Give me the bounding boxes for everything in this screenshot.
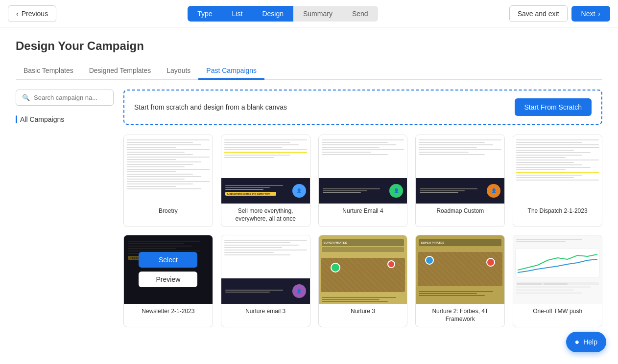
select-button[interactable]: Select	[528, 152, 587, 167]
card-thumbnail: SUPER PIRATES	[319, 235, 407, 304]
card-thumbnail: 👤 Select Preview	[221, 235, 310, 304]
template-card-nurture-2[interactable]: SUPER PIRATES	[415, 235, 505, 327]
card-name: Sell more everything, everywhere, all at…	[221, 204, 310, 227]
tab-basic-templates[interactable]: Basic Templates	[16, 63, 81, 80]
page-title: Design Your Campaign	[16, 39, 602, 53]
search-box[interactable]: 🔍	[16, 90, 114, 106]
card-name: Roadmap Custom	[416, 204, 504, 219]
select-button[interactable]: Select	[333, 152, 392, 167]
tab-design[interactable]: Design	[252, 6, 293, 22]
scratch-text: Start from scratch and design from a bla…	[134, 103, 287, 111]
select-button[interactable]: Select	[236, 252, 295, 268]
select-button[interactable]: Select	[139, 152, 197, 167]
tab-layouts[interactable]: Layouts	[159, 63, 198, 80]
card-name: Nurture email 3	[221, 304, 310, 319]
top-navigation: ‹ Previous Type List Design Summary Send…	[0, 0, 618, 27]
sidebar: 🔍 All Campaigns	[16, 90, 114, 327]
active-indicator	[16, 115, 17, 123]
content-area: Start from scratch and design from a bla…	[123, 90, 602, 327]
start-from-scratch-button[interactable]: Start From Scratch	[515, 98, 592, 116]
page-content: Design Your Campaign Basic Templates Des…	[0, 27, 618, 339]
card-thumbnail: It's a SARTD! Select Preview	[124, 235, 213, 304]
select-button[interactable]: Select	[333, 252, 392, 268]
chevron-left-icon: ‹	[16, 10, 19, 18]
preview-button[interactable]: Preview	[528, 171, 587, 187]
card-overlay: Select Preview	[124, 235, 213, 304]
template-card-roadmap[interactable]: 👤 Select Preview Roadmap Custom	[415, 135, 505, 227]
next-button[interactable]: Next ›	[571, 6, 610, 22]
tab-list[interactable]: List	[222, 6, 253, 22]
card-name: Nurture Email 4	[319, 204, 407, 219]
select-button[interactable]: Select	[528, 252, 587, 268]
all-campaigns-filter[interactable]: All Campaigns	[16, 114, 114, 125]
help-button[interactable]: ● Help	[566, 332, 606, 339]
card-name: Broetry	[124, 204, 213, 219]
templates-grid: Select Preview Broetry	[123, 135, 602, 327]
card-name: Newsletter 2-1-2023	[124, 304, 213, 319]
card-name: One-off TMW push	[513, 304, 602, 319]
card-thumbnail: Select Preview	[513, 235, 602, 304]
preview-button[interactable]: Preview	[431, 171, 490, 187]
scratch-banner: Start from scratch and design from a bla…	[123, 90, 602, 125]
card-thumbnail: Select Preview	[124, 135, 213, 204]
preview-button[interactable]: Preview	[431, 272, 490, 287]
card-name: Nurture 3	[319, 304, 407, 319]
tab-send[interactable]: Send	[342, 6, 378, 22]
tab-type[interactable]: Type	[188, 6, 222, 22]
card-name: Nurture 2: Forbes, 4T Framework	[416, 304, 504, 327]
template-card-nurture-3-email[interactable]: 👤 Select Preview Nurture email 3	[221, 235, 310, 327]
card-thumbnail: Select Preview	[513, 135, 602, 204]
template-card-newsletter[interactable]: It's a SARTD! Select Preview Newsletter …	[123, 235, 213, 327]
card-thumbnail: Copywriting works the same way 👤 Select …	[221, 135, 310, 204]
preview-button[interactable]: Preview	[528, 272, 587, 287]
preview-button[interactable]: Preview	[333, 171, 392, 187]
template-card-broetry[interactable]: Select Preview Broetry	[123, 135, 213, 227]
card-thumbnail: 👤 Select Preview	[319, 135, 407, 204]
tab-past-campaigns[interactable]: Past Campaigns	[198, 63, 264, 80]
template-card-sell-more[interactable]: Copywriting works the same way 👤 Select …	[221, 135, 310, 227]
preview-button[interactable]: Preview	[236, 272, 295, 287]
search-icon: 🔍	[22, 94, 30, 101]
preview-button[interactable]: Preview	[139, 272, 197, 287]
tab-summary[interactable]: Summary	[293, 6, 342, 22]
template-tabs: Basic Templates Designed Templates Layou…	[16, 63, 602, 80]
template-card-nurture-4[interactable]: 👤 Select Preview Nurture Email 4	[318, 135, 408, 227]
chevron-right-icon: ›	[598, 10, 600, 18]
preview-button[interactable]: Preview	[139, 171, 197, 187]
template-card-nurture-3[interactable]: SUPER PIRATES	[318, 235, 408, 327]
step-tabs-container: Type List Design Summary Send	[188, 6, 378, 22]
previous-button[interactable]: ‹ Previous	[8, 5, 56, 22]
help-icon: ●	[575, 338, 580, 339]
preview-button[interactable]: Preview	[236, 171, 295, 187]
select-button[interactable]: Select	[431, 252, 490, 268]
select-button[interactable]: Select	[139, 252, 197, 268]
template-card-dispatch[interactable]: Select Preview The Dispatch 2-1-2023	[513, 135, 602, 227]
select-button[interactable]: Select	[431, 152, 490, 167]
tab-designed-templates[interactable]: Designed Templates	[81, 63, 159, 80]
card-thumbnail: 👤 Select Preview	[416, 135, 504, 204]
card-name: The Dispatch 2-1-2023	[513, 204, 602, 219]
main-area: 🔍 All Campaigns Start from scratch and d…	[16, 90, 602, 327]
search-input[interactable]	[34, 94, 107, 101]
save-exit-button[interactable]: Save and exit	[509, 5, 568, 22]
template-card-tmw[interactable]: Select Preview One-off TMW push	[513, 235, 602, 327]
select-button[interactable]: Select	[236, 152, 295, 167]
right-buttons: Save and exit Next ›	[509, 5, 610, 22]
preview-button[interactable]: Preview	[333, 272, 392, 287]
step-tabs: Type List Design Summary Send	[188, 6, 378, 22]
card-thumbnail: SUPER PIRATES	[416, 235, 504, 304]
